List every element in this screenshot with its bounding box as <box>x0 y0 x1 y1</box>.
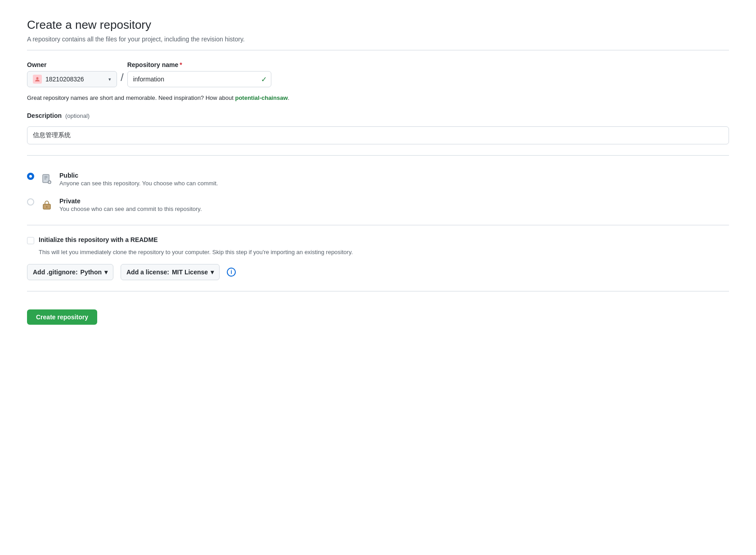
owner-dropdown[interactable]: 18210208326 ▾ <box>27 71 117 87</box>
separator: / <box>121 69 124 87</box>
description-input[interactable] <box>27 126 729 144</box>
svg-point-1 <box>36 77 39 80</box>
readme-checkbox[interactable] <box>27 237 34 244</box>
svg-point-10 <box>46 206 48 208</box>
public-icon <box>40 172 54 186</box>
gitignore-dropdown[interactable]: Add .gitignore: Python ▾ <box>27 264 113 280</box>
license-prefix: Add a license: <box>126 269 169 276</box>
license-arrow: ▾ <box>211 269 214 276</box>
visibility-section: Public Anyone can see this repository. Y… <box>27 166 729 218</box>
repo-name-input[interactable] <box>127 71 271 87</box>
gitignore-arrow: ▾ <box>104 269 108 276</box>
public-option[interactable]: Public Anyone can see this repository. Y… <box>27 166 729 192</box>
owner-label: Owner <box>27 61 117 68</box>
private-description: You choose who can see and commit to thi… <box>59 206 729 212</box>
license-value: MIT License <box>172 269 208 276</box>
suggestion-text: Great repository names are short and mem… <box>27 94 729 101</box>
suggestion-link[interactable]: potential-chainsaw <box>235 94 288 101</box>
gitignore-value: Python <box>81 269 102 276</box>
gitignore-prefix: Add .gitignore: <box>33 269 78 276</box>
readme-checkbox-row: Initialize this repository with a README <box>27 236 729 244</box>
info-icon[interactable]: i <box>227 268 236 277</box>
public-description: Anyone can see this repository. You choo… <box>59 180 729 187</box>
divider-4 <box>27 291 729 291</box>
private-option[interactable]: Private You choose who can see and commi… <box>27 192 729 218</box>
create-repository-button[interactable]: Create repository <box>27 309 97 325</box>
valid-checkmark: ✓ <box>261 75 267 84</box>
license-dropdown[interactable]: Add a license: MIT License ▾ <box>121 264 220 280</box>
required-marker: * <box>180 61 182 68</box>
initialize-section: Initialize this repository with a README… <box>27 236 729 280</box>
private-radio[interactable] <box>27 198 34 206</box>
dropdowns-row: Add .gitignore: Python ▾ Add a license: … <box>27 264 729 280</box>
readme-description: This will let you immediately clone the … <box>39 248 729 257</box>
divider <box>27 50 729 50</box>
divider-2 <box>27 155 729 156</box>
description-label: Description (optional) <box>27 112 90 119</box>
private-label: Private <box>59 197 729 205</box>
owner-avatar <box>33 75 42 84</box>
public-radio[interactable] <box>27 173 34 180</box>
private-icon <box>40 197 54 212</box>
page-title: Create a new repository <box>27 18 729 32</box>
owner-name: 18210208326 <box>45 76 105 83</box>
chevron-down-icon: ▾ <box>108 76 111 82</box>
readme-label: Initialize this repository with a README <box>39 236 158 243</box>
page-subtitle: A repository contains all the files for … <box>27 36 729 43</box>
divider-3 <box>27 225 729 225</box>
repo-name-wrapper: ✓ <box>127 71 271 87</box>
repo-name-label: Repository name* <box>127 61 271 68</box>
public-label: Public <box>59 172 729 179</box>
